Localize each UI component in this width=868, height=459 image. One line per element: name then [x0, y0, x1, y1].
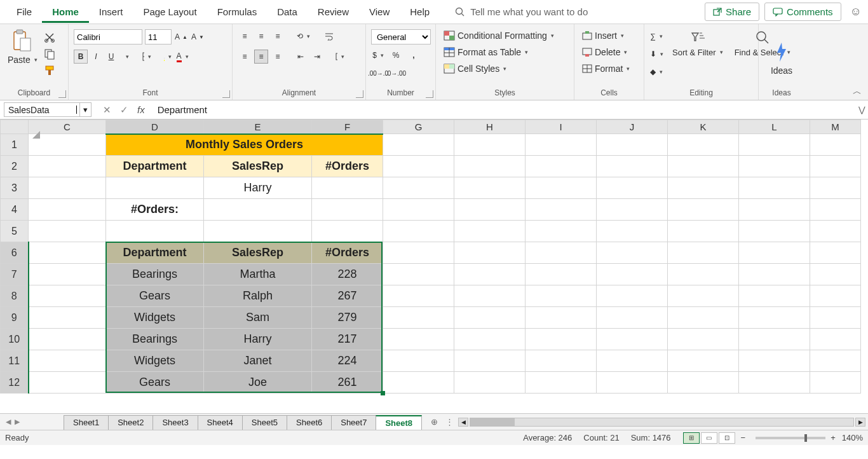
name-box-dropdown[interactable]: ▾ [80, 102, 92, 117]
percent-format-icon[interactable]: % [389, 48, 403, 62]
cell-K8[interactable] [668, 285, 739, 307]
tab-file[interactable]: File [6, 1, 42, 23]
cell-M10[interactable] [810, 329, 861, 350]
sheet-tabs-more-icon[interactable]: ⋮ [443, 414, 456, 430]
align-middle-icon[interactable]: ≡ [254, 29, 268, 43]
cell-M3[interactable] [810, 177, 861, 199]
increase-font-icon[interactable]: A▲ [174, 30, 188, 44]
cancel-formula-icon[interactable]: ✕ [103, 104, 111, 116]
cell-I10[interactable] [526, 329, 597, 350]
decrease-decimal-icon[interactable]: .0→.00 [389, 66, 403, 80]
cell-I7[interactable] [526, 264, 597, 285]
cell-L11[interactable] [739, 350, 810, 372]
cell-L12[interactable] [739, 372, 810, 394]
zoom-level[interactable]: 140% [842, 433, 863, 442]
cell-F7[interactable]: 228 [312, 264, 383, 285]
cell-M6[interactable] [810, 242, 861, 264]
zoom-slider-thumb[interactable] [804, 434, 807, 442]
format-as-table-button[interactable]: Format as Table [441, 46, 531, 58]
sheet-tab-sheet7[interactable]: Sheet7 [331, 415, 376, 430]
number-format-select[interactable]: General [371, 29, 431, 45]
underline-dropdown[interactable] [119, 50, 133, 64]
row-header-2[interactable]: 2 [1, 156, 29, 177]
cell-D8[interactable]: Gears [106, 285, 204, 307]
cell-J6[interactable] [597, 242, 668, 264]
cell-D3[interactable] [106, 177, 204, 199]
cell-H6[interactable] [454, 242, 526, 264]
cell-C2[interactable] [29, 156, 106, 177]
cell-C11[interactable] [29, 350, 106, 372]
cell-E6[interactable]: SalesRep [204, 242, 312, 264]
cell-F12[interactable]: 261 [312, 372, 383, 394]
cell-J4[interactable] [597, 199, 668, 221]
view-normal-button[interactable]: ⊞ [683, 432, 700, 444]
cell-H2[interactable] [454, 156, 526, 177]
col-header-M[interactable]: M [810, 120, 861, 134]
tell-me-search[interactable]: Tell me what you want to do [455, 6, 588, 17]
col-header-I[interactable]: I [526, 120, 597, 134]
col-header-F[interactable]: F [312, 120, 383, 134]
cell-K6[interactable] [668, 242, 739, 264]
cell-K11[interactable] [668, 350, 739, 372]
wrap-text-icon[interactable] [322, 29, 336, 43]
fill-icon[interactable]: ⬇ [649, 47, 663, 61]
cell-L5[interactable] [739, 221, 810, 242]
cell-L9[interactable] [739, 307, 810, 329]
cell-C6[interactable] [29, 242, 106, 264]
cell-G1[interactable] [383, 134, 454, 156]
cell-H9[interactable] [454, 307, 526, 329]
cell-F5[interactable] [312, 221, 383, 242]
row-header-6[interactable]: 6 [1, 242, 29, 264]
cell-M11[interactable] [810, 350, 861, 372]
spreadsheet-grid[interactable]: CDEFGHIJKLM1Monthly Sales Orders2Departm… [0, 120, 868, 413]
col-header-K[interactable]: K [668, 120, 739, 134]
scroll-left-button[interactable]: ◀ [458, 418, 468, 427]
cell-G4[interactable] [383, 199, 454, 221]
cell-C5[interactable] [29, 221, 106, 242]
cell-J9[interactable] [597, 307, 668, 329]
cell-D12[interactable]: Gears [106, 372, 204, 394]
cell-H8[interactable] [454, 285, 526, 307]
cell-G2[interactable] [383, 156, 454, 177]
cell-M2[interactable] [810, 156, 861, 177]
cell-I1[interactable] [526, 134, 597, 156]
comma-format-icon[interactable]: , [407, 48, 421, 62]
row-header-8[interactable]: 8 [1, 285, 29, 307]
cell-M4[interactable] [810, 199, 861, 221]
cell-C1[interactable] [29, 134, 106, 156]
cell-K4[interactable] [668, 199, 739, 221]
merge-center-icon[interactable] [333, 50, 347, 64]
expand-formula-bar-icon[interactable]: ⋁ [855, 100, 868, 119]
align-bottom-icon[interactable]: ≡ [271, 29, 285, 43]
col-header-H[interactable]: H [454, 120, 526, 134]
cell-F4[interactable] [312, 199, 383, 221]
bold-button[interactable]: B [74, 50, 88, 64]
collapse-ribbon-icon[interactable]: ︿ [853, 86, 862, 97]
cell-E8[interactable]: Ralph [204, 285, 312, 307]
accounting-format-icon[interactable]: $ [371, 48, 385, 62]
cell-L10[interactable] [739, 329, 810, 350]
format-cells-button[interactable]: Format [580, 62, 632, 75]
cell-J3[interactable] [597, 177, 668, 199]
cell-K9[interactable] [668, 307, 739, 329]
cell-L4[interactable] [739, 199, 810, 221]
cell-E4[interactable] [204, 199, 312, 221]
tab-review[interactable]: Review [308, 1, 359, 23]
cell-J1[interactable] [597, 134, 668, 156]
cell-E3[interactable]: Harry [204, 177, 312, 199]
row-header-1[interactable]: 1 [1, 134, 29, 156]
cell-F2[interactable]: #Orders [312, 156, 383, 177]
sheet-tab-sheet1[interactable]: Sheet1 [64, 415, 109, 430]
cell-styles-button[interactable]: Cell Styles [441, 62, 509, 75]
cell-D4[interactable]: #Orders: [106, 199, 204, 221]
number-dialog-launcher[interactable] [426, 90, 433, 98]
paste-button[interactable]: Paste [5, 53, 40, 66]
row-header-5[interactable]: 5 [1, 221, 29, 242]
col-header-C[interactable]: C [29, 120, 106, 134]
cell-M5[interactable] [810, 221, 861, 242]
sheet-tab-sheet3[interactable]: Sheet3 [153, 415, 198, 430]
cut-icon[interactable] [44, 32, 55, 43]
cell-M9[interactable] [810, 307, 861, 329]
cell-K5[interactable] [668, 221, 739, 242]
row-header-7[interactable]: 7 [1, 264, 29, 285]
